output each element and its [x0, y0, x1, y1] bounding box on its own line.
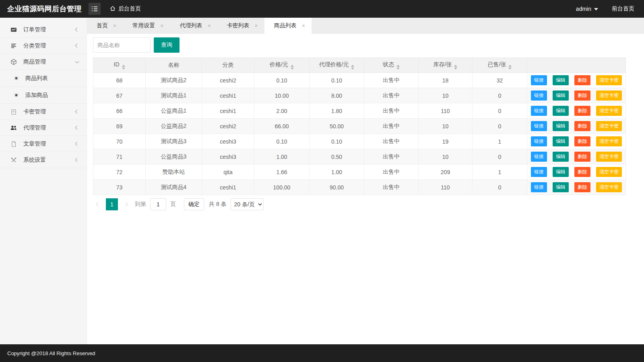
column-header: 名称 [146, 58, 202, 73]
search-button[interactable]: 查询 [154, 37, 180, 53]
cell-status: 出售中 [364, 103, 419, 119]
edit-button[interactable]: 编辑 [553, 136, 569, 146]
tab-common-settings[interactable]: 常用设置 × [123, 18, 170, 34]
sidebar-item-label: 代理管理 [23, 124, 76, 132]
cell-agent_price: 0.10 [310, 134, 364, 149]
current-page-button[interactable]: 1 [106, 198, 118, 210]
edit-button[interactable]: 编辑 [553, 167, 569, 177]
next-page-button[interactable] [120, 198, 131, 210]
clear-cards-button[interactable]: 清空卡密 [596, 182, 622, 192]
goto-page-input[interactable] [150, 198, 166, 210]
clear-cards-button[interactable]: 清空卡密 [596, 106, 622, 116]
clear-cards-button[interactable]: 清空卡密 [596, 167, 622, 177]
link-button[interactable]: 链接 [531, 182, 547, 192]
edit-button[interactable]: 编辑 [553, 75, 569, 85]
row-actions: 链接编辑删除清空卡密 [527, 103, 626, 119]
column-header[interactable]: 库存/张 [419, 58, 473, 73]
sidebar-item-orders[interactable]: 订单管理 [0, 22, 87, 38]
clear-cards-button[interactable]: 清空卡密 [596, 121, 622, 131]
sort-icon[interactable] [508, 65, 512, 70]
sort-icon[interactable] [454, 65, 457, 70]
column-header[interactable]: ID [93, 58, 146, 73]
cell-stock: 10 [419, 119, 473, 134]
delete-button[interactable]: 删除 [574, 182, 590, 192]
sidebar-item-articles[interactable]: 文章管理 [0, 136, 87, 152]
link-button[interactable]: 链接 [531, 106, 547, 116]
tab-product-list[interactable]: 商品列表 × [264, 18, 312, 34]
link-button[interactable]: 链接 [531, 152, 547, 162]
edit-button[interactable]: 编辑 [553, 121, 569, 131]
tab-home[interactable]: 首页 × [87, 18, 123, 34]
sidebar-item-agents[interactable]: 代理管理 [0, 120, 87, 136]
cell-price: 1.66 [254, 165, 310, 180]
search-input[interactable] [93, 37, 151, 53]
user-dropdown[interactable]: admin [576, 6, 598, 12]
sidebar-item-label: 订单管理 [23, 26, 76, 33]
column-header[interactable]: 状态 [364, 58, 419, 73]
close-icon[interactable]: × [160, 23, 163, 29]
tabstrip: 首页 × 常用设置 × 代理列表 × 卡密列表 × 商品列表 × [87, 18, 644, 34]
cell-name: 公益商品1 [146, 103, 202, 119]
close-icon[interactable]: × [113, 23, 116, 29]
delete-button[interactable]: 删除 [574, 152, 590, 162]
cell-sold: 1 [473, 134, 527, 149]
caret-down-icon [594, 8, 598, 10]
frontend-home-link[interactable]: 前台首页 [612, 5, 634, 12]
clear-cards-button[interactable]: 清空卡密 [596, 90, 622, 101]
edit-button[interactable]: 编辑 [553, 90, 569, 101]
cell-id: 66 [93, 103, 146, 119]
link-button[interactable]: 链接 [531, 121, 547, 131]
sidebar-item-settings[interactable]: 系统设置 [0, 152, 87, 168]
page-size-select[interactable]: 20 条/页 [231, 198, 264, 210]
cell-category: ceshi3 [202, 149, 254, 165]
tab-agent-list[interactable]: 代理列表 × [170, 18, 217, 34]
sort-icon[interactable] [396, 65, 400, 70]
link-button[interactable]: 链接 [531, 75, 547, 85]
close-icon[interactable]: × [302, 23, 305, 29]
sidebar-item-product-list[interactable]: 商品列表 [0, 70, 87, 87]
edit-button[interactable]: 编辑 [553, 182, 569, 192]
delete-button[interactable]: 删除 [574, 75, 590, 85]
sidebar-item-add-product[interactable]: 添加商品 [0, 87, 87, 104]
column-header [527, 58, 626, 73]
sidebar-item-categories[interactable]: 分类管理 [0, 38, 87, 54]
cell-stock: 10 [419, 149, 473, 165]
edit-button[interactable]: 编辑 [553, 106, 569, 116]
clear-cards-button[interactable]: 清空卡密 [596, 152, 622, 162]
clear-cards-button[interactable]: 清空卡密 [596, 136, 622, 146]
sidebar-item-cards[interactable]: 卡密管理 [0, 104, 87, 120]
column-header[interactable]: 已售/张 [473, 58, 527, 73]
delete-button[interactable]: 删除 [574, 121, 590, 131]
link-button[interactable]: 链接 [531, 90, 547, 101]
edit-button[interactable]: 编辑 [553, 152, 569, 162]
close-icon[interactable]: × [207, 23, 211, 29]
close-icon[interactable]: × [255, 23, 258, 29]
sort-icon[interactable] [291, 65, 294, 70]
topbar: 企业猫源码网后台管理 后台首页 admin 前台首页 [0, 0, 644, 18]
cell-id: 69 [93, 119, 146, 134]
goto-confirm-button[interactable]: 确定 [184, 198, 204, 210]
delete-button[interactable]: 删除 [574, 167, 590, 177]
cell-name: 测试商品4 [146, 180, 202, 195]
backend-home-link[interactable]: 后台首页 [109, 5, 141, 13]
delete-button[interactable]: 删除 [574, 136, 590, 146]
sidebar-item-label: 商品管理 [23, 58, 76, 66]
delete-button[interactable]: 删除 [574, 106, 590, 116]
sidebar-item-label: 卡密管理 [23, 108, 76, 115]
prev-page-button[interactable] [93, 198, 103, 210]
clear-cards-button[interactable]: 清空卡密 [596, 75, 622, 85]
sidebar-item-products[interactable]: 商品管理 [0, 54, 87, 70]
cell-id: 70 [93, 134, 146, 149]
link-button[interactable]: 链接 [531, 167, 547, 177]
chevron-left-icon [75, 28, 79, 32]
column-header[interactable]: 价格/元 [254, 58, 310, 73]
sort-icon[interactable] [351, 65, 354, 70]
link-button[interactable]: 链接 [531, 136, 547, 146]
cell-name: 测试商品3 [146, 134, 202, 149]
column-header[interactable]: 代理价格/元 [310, 58, 364, 73]
hamburger-menu-icon[interactable] [89, 3, 101, 15]
tab-card-list[interactable]: 卡密列表 × [217, 18, 264, 34]
delete-button[interactable]: 删除 [574, 90, 590, 101]
sort-icon[interactable] [122, 65, 125, 70]
cell-category: ceshi2 [202, 119, 254, 134]
